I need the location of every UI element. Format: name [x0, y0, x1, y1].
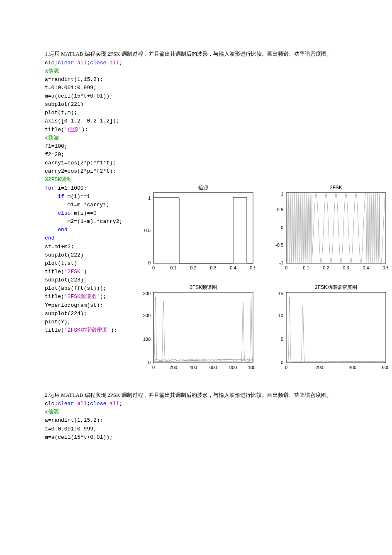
- svg-rect-0: [153, 193, 253, 263]
- svg-text:100: 100: [143, 337, 151, 342]
- svg-text:1: 1: [281, 191, 283, 196]
- svg-rect-33: [286, 292, 386, 363]
- svg-text:15: 15: [278, 291, 283, 296]
- figure-grid: 信源 00.10.20.30.40.5 00.51 2FSK: [122, 184, 347, 388]
- svg-text:0.5: 0.5: [383, 265, 388, 270]
- chart-title: 2FSK功率谱密度图: [315, 284, 357, 290]
- svg-text:0: 0: [148, 260, 151, 265]
- chart-title: 信源: [198, 185, 208, 191]
- svg-text:0.4: 0.4: [230, 265, 236, 270]
- svg-text:0: 0: [285, 365, 287, 370]
- question-1: 1.运用 MATLAB 编程实现 2FSK 调制过程，并且输出其调制后的波形，与…: [45, 50, 347, 58]
- svg-text:200: 200: [170, 365, 177, 370]
- svg-text:0.2: 0.2: [323, 265, 329, 270]
- svg-text:0: 0: [152, 265, 155, 270]
- svg-text:600: 600: [382, 365, 388, 370]
- svg-text:1: 1: [148, 196, 151, 200]
- svg-text:0.1: 0.1: [170, 265, 177, 270]
- svg-text:800: 800: [229, 365, 237, 370]
- question-2: 2.运用 MATLAB 编程实现 2PSK 调制过程，并且输出其调制后的波形，与…: [45, 391, 347, 399]
- svg-text:0.3: 0.3: [343, 265, 349, 270]
- svg-text:0: 0: [148, 360, 151, 365]
- svg-text:600: 600: [209, 365, 217, 370]
- svg-text:0.1: 0.1: [303, 265, 309, 270]
- svg-text:0.5: 0.5: [250, 265, 256, 270]
- svg-text:0.5: 0.5: [144, 228, 151, 233]
- svg-text:200: 200: [316, 365, 323, 370]
- svg-text:-1: -1: [279, 260, 283, 265]
- svg-text:400: 400: [190, 365, 197, 370]
- svg-text:0.3: 0.3: [210, 265, 217, 270]
- chart-2fsk-psd: 2FSK功率谱密度图 0200400600 051015: [272, 284, 388, 375]
- svg-rect-10: [286, 193, 386, 263]
- svg-text:200: 200: [143, 313, 151, 318]
- svg-text:0: 0: [281, 225, 283, 230]
- svg-text:5: 5: [281, 337, 283, 342]
- code-block-1a: clc;clear all;close all; %信源 a=randint(1…: [45, 59, 347, 184]
- chart-title: 2FSK: [330, 185, 342, 191]
- svg-text:0.5: 0.5: [277, 207, 283, 212]
- svg-text:-0.5: -0.5: [275, 242, 283, 247]
- svg-text:0.4: 0.4: [363, 265, 369, 270]
- chart-2fsk-spectrum: 2FSK频谱图 02004006008001000 0100200300: [139, 284, 255, 375]
- svg-text:0: 0: [281, 360, 283, 365]
- svg-text:1000: 1000: [248, 365, 255, 370]
- svg-rect-22: [153, 292, 253, 363]
- svg-text:300: 300: [143, 291, 151, 296]
- svg-text:0: 0: [285, 265, 287, 270]
- chart-title: 2FSK频谱图: [190, 284, 217, 290]
- code-block-1b: for i=1:1000; if m(i)==1 m1=m.*carry1; e…: [45, 184, 122, 335]
- svg-text:400: 400: [349, 365, 356, 370]
- svg-text:0.2: 0.2: [190, 265, 197, 270]
- svg-text:0: 0: [152, 365, 155, 370]
- svg-text:10: 10: [278, 313, 283, 318]
- chart-2fsk: 2FSK 00.10.20.30.40.5 -1-0.500.51: [272, 184, 388, 276]
- chart-signal-source: 信源 00.10.20.30.40.5 00.51: [139, 184, 255, 276]
- code-block-2: clc;clear all;close all; %信源 a=randint(1…: [45, 400, 347, 442]
